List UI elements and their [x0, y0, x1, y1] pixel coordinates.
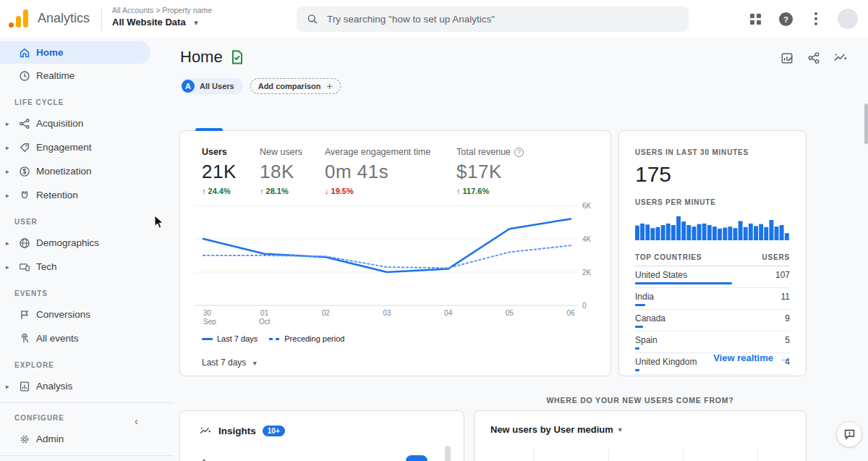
- more-vert-icon[interactable]: [807, 10, 825, 28]
- svg-text:0: 0: [582, 302, 587, 310]
- sidebar-item-acquisition[interactable]: ▸Acquisition: [0, 111, 174, 135]
- share-icon[interactable]: [805, 49, 822, 67]
- globe-icon: [17, 236, 32, 250]
- svg-text:6K: 6K: [582, 202, 592, 210]
- sidebar-item-label: Retention: [36, 190, 78, 200]
- analytics-logo-icon: [9, 9, 32, 29]
- expand-caret-icon[interactable]: ▸: [6, 192, 13, 199]
- sidebar-item-conversions[interactable]: Conversions: [0, 303, 174, 326]
- sidebar-item-all-events[interactable]: All events: [0, 326, 174, 350]
- insights-card: Insights 10+ ✦: [179, 410, 464, 461]
- gridline: [534, 449, 535, 461]
- gridline: [757, 449, 758, 461]
- search-input[interactable]: [327, 14, 678, 25]
- metric-value: 18K: [260, 161, 325, 183]
- date-range-selector[interactable]: Last 7 days ▾: [202, 358, 257, 368]
- all-users-chip[interactable]: A All Users: [180, 78, 243, 94]
- caret-down-icon: ▾: [618, 426, 622, 433]
- apps-grid-icon[interactable]: [746, 10, 764, 28]
- page-scrollbar[interactable]: [864, 103, 868, 144]
- devices-icon: [17, 260, 32, 274]
- insights-icon[interactable]: [832, 49, 849, 67]
- magnet-icon: [17, 188, 32, 203]
- app-name: Analytics: [38, 11, 90, 26]
- sidebar-item-engagement[interactable]: ▸Engagement: [0, 135, 174, 159]
- legend-swatch: [269, 338, 280, 340]
- metric-tab-indicator: [195, 128, 223, 131]
- customize-report-icon[interactable]: [778, 49, 796, 67]
- svg-text:01: 01: [260, 309, 269, 317]
- breadcrumb-property: Property name: [162, 6, 212, 14]
- sidebar-item-analysis[interactable]: ▸Analysis: [0, 374, 174, 398]
- chart-legend: Last 7 daysPreceding period: [202, 334, 344, 343]
- metric-tab-new-users[interactable]: New users18K↑ 28.1%: [260, 147, 325, 195]
- property-selector-label: All Website Data: [112, 17, 186, 28]
- legend-label: Last 7 days: [217, 334, 258, 343]
- sidebar-item-realtime[interactable]: Realtime: [0, 64, 174, 88]
- gear-icon: [17, 432, 32, 447]
- new-users-section-caption: WHERE DO YOUR NEW USERS COME FROM?: [474, 396, 807, 405]
- metric-label: Average engagement time: [325, 147, 456, 157]
- legend-swatch: [202, 338, 213, 340]
- svg-text:Sep: Sep: [203, 318, 216, 325]
- country-bar: [635, 369, 639, 371]
- help-icon[interactable]: ?: [777, 10, 794, 28]
- comparison-row: A All Users Add comparison +: [180, 78, 341, 94]
- country-row: United States107: [635, 266, 790, 288]
- countries-table-header: TOP COUNTRIES USERS: [635, 253, 790, 266]
- svg-text:04: 04: [444, 309, 453, 317]
- svg-text:30: 30: [203, 309, 212, 317]
- new-users-dimension-selector[interactable]: New users by User medium ▾: [475, 411, 806, 435]
- plus-icon: +: [327, 80, 333, 92]
- metric-tab-total-revenue[interactable]: Total revenue?$17K↑ 117.6%: [456, 147, 565, 195]
- country-users: 11: [781, 292, 790, 302]
- country-bar: [635, 282, 732, 284]
- realtime-users-value: 175: [635, 162, 790, 187]
- expand-caret-icon[interactable]: ▸: [6, 144, 13, 151]
- expand-caret-icon[interactable]: ▸: [6, 120, 13, 127]
- metric-tab-avg-engagement-time[interactable]: Average engagement time0m 41s↓ 19.5%: [325, 147, 456, 195]
- sidebar: HomeRealtimeLIFE CYCLE▸Acquisition▸Engag…: [0, 38, 174, 461]
- search-bar[interactable]: [297, 7, 689, 32]
- user-avatar[interactable]: [838, 9, 858, 29]
- sidebar-item-label: Monetization: [36, 166, 92, 177]
- sidebar-collapse-icon[interactable]: ‹: [135, 415, 138, 427]
- svg-text:02: 02: [322, 309, 331, 317]
- insights-partial-icon: ✦: [200, 457, 208, 461]
- report-actions: [778, 49, 849, 67]
- feedback-button[interactable]: [836, 421, 862, 447]
- country-row: Spain5: [635, 331, 790, 353]
- top-countries-header: TOP COUNTRIES: [635, 253, 702, 261]
- sidebar-item-admin[interactable]: Admin: [0, 427, 174, 451]
- sidebar-item-monetization[interactable]: ▸Monetization: [0, 159, 174, 183]
- sidebar-section-label: EVENTS: [14, 289, 174, 297]
- sidebar-item-home[interactable]: Home: [0, 41, 150, 64]
- insights-title: Insights: [218, 426, 256, 436]
- metric-value: $17K: [456, 161, 565, 183]
- expand-caret-icon[interactable]: ▸: [6, 240, 13, 247]
- expand-caret-icon[interactable]: ▸: [6, 168, 13, 175]
- sidebar-item-label: Realtime: [36, 70, 75, 81]
- insights-header[interactable]: Insights 10+: [180, 411, 464, 436]
- metric-label: New users: [260, 147, 325, 157]
- property-selector[interactable]: All Website Data ▾: [112, 17, 198, 28]
- metric-value: 0m 41s: [325, 161, 456, 183]
- country-name: United Kingdom: [635, 357, 697, 367]
- sidebar-item-retention[interactable]: ▸Retention: [0, 183, 174, 207]
- add-comparison-button[interactable]: Add comparison +: [250, 78, 341, 94]
- sidebar-item-demographics[interactable]: ▸Demographics: [0, 231, 174, 255]
- legend-label: Preceding period: [284, 334, 344, 343]
- sidebar-item-label: Analysis: [36, 381, 72, 392]
- realtime-title: USERS IN LAST 30 MINUTES: [635, 148, 790, 156]
- all-users-chip-label: All Users: [200, 82, 234, 90]
- expand-caret-icon[interactable]: ▸: [6, 383, 13, 390]
- dollar-icon: [17, 164, 32, 179]
- sidebar-item-tech[interactable]: ▸Tech: [0, 255, 174, 279]
- new-users-card: New users by User medium ▾: [474, 410, 807, 461]
- insights-scrollbar[interactable]: [445, 446, 451, 461]
- expand-caret-icon[interactable]: ▸: [6, 263, 13, 271]
- metric-label: Total revenue?: [456, 147, 565, 157]
- sidebar-section-label: CONFIGURE: [14, 414, 174, 422]
- metric-tab-users[interactable]: Users21K↑ 24.4%: [202, 147, 260, 195]
- view-realtime-link[interactable]: View realtime →: [713, 352, 790, 364]
